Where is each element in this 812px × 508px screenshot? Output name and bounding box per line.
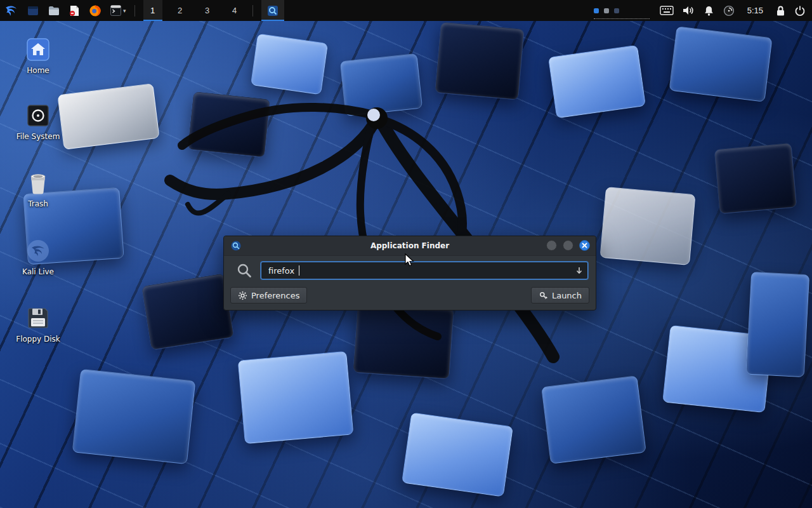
- kali-live-icon: [25, 238, 51, 264]
- application-finder-window: Application Finder: [223, 236, 596, 311]
- button-row: Preferences Launch: [224, 283, 596, 310]
- workspace-button-3[interactable]: 3: [198, 0, 217, 21]
- workspace-button-2[interactable]: 2: [171, 0, 190, 21]
- text-editor-icon: [69, 4, 81, 17]
- file-manager-launcher-button[interactable]: [48, 0, 60, 21]
- desktop-icon-label: File System: [5, 132, 71, 141]
- taskbar-application-finder-button[interactable]: [261, 0, 284, 21]
- terminal-icon: [110, 4, 122, 17]
- file-system-icon: [25, 103, 51, 128]
- system-tray[interactable]: [593, 0, 651, 21]
- lock-icon: [776, 5, 785, 17]
- desktop-icon-kali-live[interactable]: Kali Live: [5, 237, 71, 276]
- desktop-icon-trash[interactable]: Trash: [5, 170, 71, 208]
- search-icon: [236, 262, 252, 279]
- logout-button[interactable]: [794, 0, 806, 21]
- close-icon: [582, 243, 587, 248]
- titlebar[interactable]: Application Finder: [224, 236, 596, 256]
- maximize-button[interactable]: [563, 240, 573, 251]
- terminal-launcher-button[interactable]: ▾: [110, 0, 126, 21]
- dropdown-arrow-icon[interactable]: [575, 266, 584, 275]
- panel-separator: [252, 5, 253, 17]
- desktop-icon-file-system[interactable]: File System: [5, 102, 71, 141]
- text-caret: [299, 265, 299, 276]
- tray-status-button[interactable]: [723, 0, 735, 21]
- desktop-icon-label: Home: [5, 66, 71, 75]
- preferences-button-label: Preferences: [251, 291, 299, 300]
- volume-button[interactable]: [683, 0, 695, 21]
- gear-icon: [238, 291, 247, 300]
- window-title: Application Finder: [224, 241, 596, 250]
- trash-icon: [26, 170, 50, 196]
- file-manager-icon: [48, 4, 60, 17]
- minimize-button[interactable]: [546, 240, 557, 251]
- window-launcher-button[interactable]: [27, 0, 39, 21]
- power-icon: [794, 5, 806, 17]
- tray-indicator-icon[interactable]: [594, 8, 599, 13]
- notifications-button[interactable]: [704, 0, 714, 21]
- tray-indicator-icon[interactable]: [614, 8, 619, 13]
- workspace-button-1[interactable]: 1: [143, 0, 162, 21]
- firefox-launcher-button[interactable]: [89, 0, 102, 21]
- application-finder-task-icon: [267, 5, 278, 17]
- kali-logo-icon: [3, 3, 18, 18]
- firefox-icon: [89, 4, 102, 17]
- search-row: [224, 256, 596, 283]
- kali-menu-button[interactable]: [3, 0, 18, 21]
- volume-icon: [683, 5, 695, 16]
- clock[interactable]: 5:15: [743, 5, 767, 16]
- search-input[interactable]: [261, 262, 588, 279]
- home-icon: [25, 37, 51, 62]
- launch-icon: [539, 291, 548, 300]
- top-panel: ▾ 1 2 3 4: [0, 0, 812, 21]
- chevron-down-icon[interactable]: ▾: [123, 8, 126, 14]
- launch-button[interactable]: Launch: [531, 287, 589, 304]
- desktop-icon-label: Kali Live: [5, 267, 71, 276]
- desktop-icon-home[interactable]: Home: [5, 36, 71, 75]
- launch-button-label: Launch: [552, 291, 582, 300]
- window-icon: [27, 4, 39, 17]
- screen-lock-button[interactable]: [776, 0, 785, 21]
- bell-icon: [704, 5, 714, 17]
- preferences-button[interactable]: Preferences: [230, 287, 307, 304]
- panel-left-group: ▾ 1 2 3 4: [0, 0, 284, 21]
- tray-indicator-icon[interactable]: [604, 8, 609, 13]
- text-editor-launcher-button[interactable]: [69, 0, 81, 21]
- keyboard-icon: [660, 6, 674, 15]
- floppy-disk-icon: [25, 305, 51, 331]
- desktop-icon-label: Floppy Disk: [5, 335, 71, 344]
- keyboard-indicator-button[interactable]: [660, 0, 674, 21]
- panel-right-group: 5:15: [593, 0, 812, 21]
- tray-status-icon: [723, 5, 735, 17]
- panel-separator: [134, 5, 135, 17]
- desktop-icon-label: Trash: [5, 199, 71, 208]
- desktop-icon-floppy-disk[interactable]: Floppy Disk: [5, 305, 71, 344]
- workspace-button-4[interactable]: 4: [225, 0, 244, 21]
- close-button[interactable]: [579, 240, 590, 251]
